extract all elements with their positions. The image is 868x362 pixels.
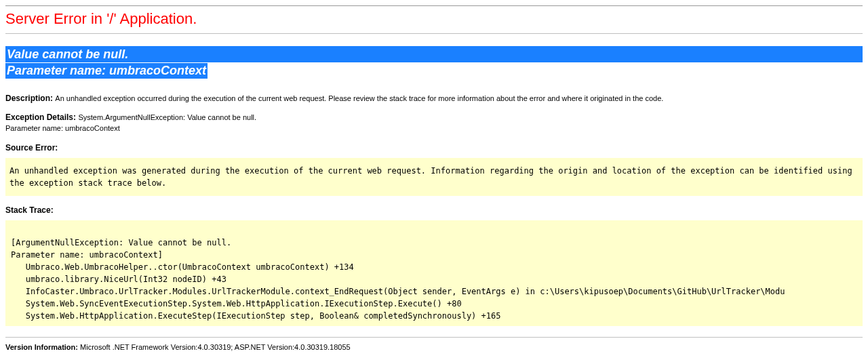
- exception-banner-line2: Parameter name: umbracoContext: [5, 63, 208, 79]
- version-info: Version Information: Microsoft .NET Fram…: [5, 343, 863, 351]
- description-section: Description: An unhandled exception occu…: [5, 93, 863, 104]
- title-divider: [5, 33, 863, 34]
- bottom-divider: [5, 337, 863, 338]
- stack-trace-label: Stack Trace:: [5, 205, 863, 215]
- stack-trace-box: [ArgumentNullException: Value cannot be …: [5, 220, 863, 326]
- source-error-label: Source Error:: [5, 143, 863, 153]
- exception-details-section: Exception Details: System.ArgumentNullEx…: [5, 112, 863, 134]
- description-text: An unhandled exception occurred during t…: [55, 94, 663, 102]
- exception-banner: Value cannot be null. Parameter name: um…: [5, 46, 863, 79]
- page-title: Server Error in '/' Application.: [5, 10, 863, 28]
- version-text: Microsoft .NET Framework Version:4.0.303…: [80, 343, 351, 351]
- exception-banner-line1: Value cannot be null.: [5, 47, 130, 62]
- version-label: Version Information:: [5, 343, 78, 351]
- source-error-box: An unhandled exception was generated dur…: [5, 158, 863, 196]
- description-label: Description:: [5, 94, 53, 103]
- top-divider: [5, 5, 863, 6]
- exception-details-label: Exception Details:: [5, 113, 76, 122]
